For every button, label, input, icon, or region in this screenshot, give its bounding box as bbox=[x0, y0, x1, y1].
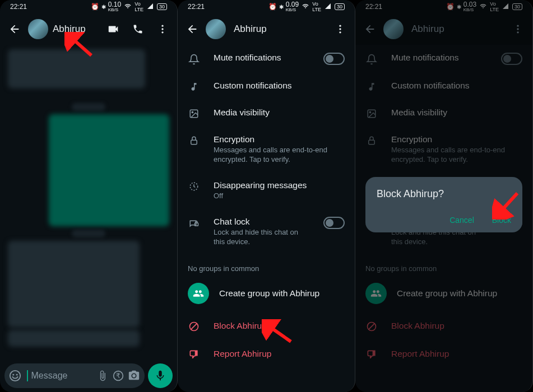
signal-icon bbox=[146, 3, 155, 11]
chat-messages bbox=[0, 45, 177, 361]
mute-toggle[interactable] bbox=[323, 53, 345, 65]
svg-point-12 bbox=[339, 31, 341, 33]
svg-point-2 bbox=[161, 31, 163, 33]
encryption-row[interactable]: EncryptionMessages and calls are end-to-… bbox=[178, 127, 355, 172]
alarm-icon: ⏰ bbox=[268, 3, 277, 11]
custom-notifications-row[interactable]: Custom notifications bbox=[178, 73, 355, 100]
info-app-bar: Abhirup bbox=[178, 13, 355, 45]
bluetooth-icon: ✱ bbox=[279, 4, 284, 10]
rupee-icon[interactable]: ₹ bbox=[112, 370, 124, 382]
media-visibility-row[interactable]: Media visibility bbox=[178, 100, 355, 127]
status-bar: 22:21 ⏰ ✱ 0.09KB/S VoLTE 30 bbox=[178, 0, 355, 13]
volte-icon: VoLTE bbox=[312, 1, 321, 12]
screen-block-dialog: 22:21 ⏰ ✱ 0.03KB/S VoLTE 30 Abhirup bbox=[355, 0, 533, 392]
svg-point-5 bbox=[16, 374, 18, 376]
block-icon bbox=[188, 321, 200, 332]
bell-icon bbox=[188, 54, 200, 65]
image-icon bbox=[188, 109, 200, 119]
dialog-title: Block Abhirup? bbox=[377, 188, 511, 200]
confirm-block-button[interactable]: Block bbox=[492, 216, 511, 225]
chat-app-bar: Abhirup bbox=[0, 13, 177, 45]
avatar[interactable] bbox=[206, 19, 226, 39]
svg-point-1 bbox=[161, 28, 163, 30]
volte-icon: VoLTE bbox=[135, 1, 143, 12]
status-bar: 22:21 ⏰ ✱ 0.10KB/S VoLTE 30 bbox=[0, 0, 177, 13]
message-placeholder: Message bbox=[31, 371, 94, 381]
svg-line-19 bbox=[191, 324, 197, 330]
thumbs-down-icon bbox=[188, 349, 200, 360]
bluetooth-icon: ✱ bbox=[101, 4, 106, 10]
clock: 22:21 bbox=[10, 3, 27, 11]
camera-icon[interactable] bbox=[128, 370, 140, 382]
lock-icon bbox=[188, 136, 200, 146]
svg-point-10 bbox=[339, 25, 341, 27]
disappearing-row[interactable]: Disappearing messagesOff bbox=[178, 172, 355, 209]
clock: 22:21 bbox=[188, 3, 205, 11]
timer-icon bbox=[188, 181, 200, 192]
chat-lock-toggle[interactable] bbox=[323, 217, 345, 229]
svg-point-14 bbox=[192, 111, 193, 113]
back-button[interactable] bbox=[3, 18, 26, 40]
block-confirm-dialog: Block Abhirup? Cancel Block bbox=[365, 177, 522, 232]
battery-icon: 30 bbox=[157, 3, 167, 10]
voice-record-button[interactable] bbox=[148, 363, 173, 388]
chat-lock-icon bbox=[188, 218, 200, 228]
message-input-bar: Message ₹ bbox=[4, 363, 173, 389]
more-button[interactable] bbox=[151, 18, 174, 40]
wifi-icon bbox=[301, 3, 310, 11]
contact-settings-list: Mute notifications Custom notifications … bbox=[178, 45, 355, 392]
voice-call-button[interactable] bbox=[127, 18, 149, 40]
alarm-icon: ⏰ bbox=[91, 3, 99, 11]
music-note-icon bbox=[188, 82, 200, 92]
group-icon bbox=[188, 283, 209, 304]
video-call-button[interactable] bbox=[102, 18, 124, 40]
svg-rect-15 bbox=[191, 140, 197, 144]
avatar[interactable] bbox=[28, 19, 48, 39]
back-button[interactable] bbox=[181, 18, 203, 40]
signal-icon bbox=[323, 3, 332, 11]
groups-section-label: No groups in common bbox=[178, 254, 355, 275]
contact-name: Abhirup bbox=[234, 24, 327, 35]
svg-point-3 bbox=[10, 371, 20, 381]
mute-notifications-row[interactable]: Mute notifications bbox=[178, 45, 355, 73]
message-input[interactable]: Message ₹ bbox=[4, 363, 145, 388]
more-button[interactable] bbox=[329, 18, 351, 40]
svg-text:₹: ₹ bbox=[116, 372, 120, 379]
report-row[interactable]: Report Abhirup bbox=[178, 340, 355, 368]
emoji-icon[interactable] bbox=[9, 370, 21, 382]
svg-point-11 bbox=[339, 28, 341, 30]
screen-chat: 22:21 ⏰ ✱ 0.10KB/S VoLTE 30 Abhirup bbox=[0, 0, 178, 392]
cancel-button[interactable]: Cancel bbox=[449, 216, 474, 225]
contact-name[interactable]: Abhirup bbox=[53, 24, 100, 35]
svg-point-0 bbox=[161, 25, 163, 27]
wifi-icon bbox=[123, 3, 132, 11]
attach-icon[interactable] bbox=[96, 370, 109, 382]
chat-lock-row[interactable]: Chat lockLock and hide this chat on this… bbox=[178, 209, 355, 255]
battery-icon: 30 bbox=[335, 3, 345, 10]
screen-contact-info: 22:21 ⏰ ✱ 0.09KB/S VoLTE 30 Abhirup bbox=[178, 0, 355, 392]
svg-point-4 bbox=[12, 374, 14, 376]
block-row[interactable]: Block Abhirup bbox=[178, 312, 355, 340]
create-group-row[interactable]: Create group with Abhirup bbox=[178, 275, 355, 312]
